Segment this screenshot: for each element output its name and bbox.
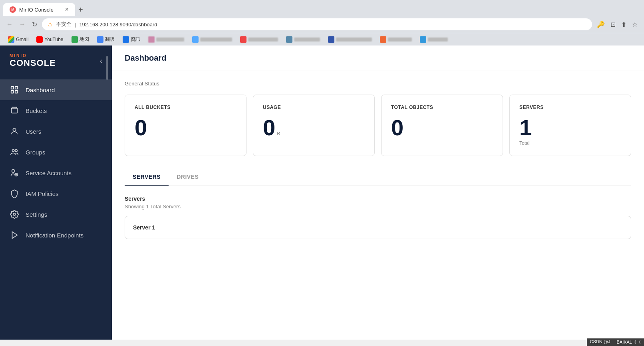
logo-console: CONSOLE [10, 58, 56, 68]
bookmark-b2-label-blurred [200, 38, 232, 42]
sidebar-item-service-accounts[interactable]: Service Accounts [0, 162, 112, 183]
bookmark-gmail[interactable]: Gmail [5, 35, 32, 44]
sidebar-item-notification-endpoints[interactable]: Notification Endpoints [0, 225, 112, 245]
sidebar-logo: MINIO CONSOLE ‹ [0, 45, 112, 76]
svg-rect-1 [15, 87, 18, 89]
bookmark-b7[interactable] [417, 35, 451, 44]
stat-value-wrapper-usage: 0 B [263, 117, 365, 139]
new-tab-button[interactable]: + [75, 4, 86, 16]
dashboard-label: Dashboard [26, 87, 55, 93]
status-item-2: BAIKAL《《 [616, 339, 641, 340]
app-container: MINIO CONSOLE ‹ Dashboard [0, 45, 644, 340]
security-warning-icon: ⚠ [48, 21, 53, 28]
pipe-separator: | [75, 22, 76, 28]
bookmark-star-button[interactable]: ☆ [630, 19, 639, 30]
bookmark-news[interactable]: 資訊 [119, 35, 143, 44]
bookmark-b2[interactable] [189, 35, 235, 44]
content-body: General Status ALL BUCKETS 0 USAGE 0 B [112, 71, 644, 249]
cast-button[interactable]: ⊡ [609, 19, 617, 30]
stat-value-usage: 0 [263, 117, 275, 139]
tab-bar: M MinIO Console × + [0, 0, 644, 16]
service-accounts-icon [10, 168, 19, 178]
svg-point-5 [12, 150, 15, 152]
password-manager-button[interactable]: 🔑 [595, 19, 606, 30]
buckets-label: Buckets [26, 107, 47, 114]
back-button[interactable]: ← [5, 19, 14, 30]
svg-point-4 [13, 129, 16, 131]
bookmark-youtube[interactable]: YouTube [33, 35, 66, 44]
server-card-1: Server 1 [125, 216, 631, 239]
bookmark-b7-favicon [420, 36, 426, 43]
bookmark-b5[interactable] [325, 35, 375, 44]
sidebar-item-settings[interactable]: Settings [0, 204, 112, 225]
stat-label-usage: USAGE [263, 105, 365, 110]
bookmark-b1[interactable] [145, 35, 187, 44]
buckets-icon [10, 106, 19, 115]
bookmark-b1-favicon [148, 36, 155, 43]
news-favicon [123, 36, 129, 43]
svg-point-9 [13, 213, 16, 216]
bookmark-b4-label-blurred [294, 38, 320, 42]
bookmark-b3[interactable] [237, 35, 281, 44]
sidebar-scrollbar[interactable] [106, 56, 108, 80]
bookmark-b6[interactable] [377, 35, 415, 44]
address-bar-actions: 🔑 ⊡ ⬆ ☆ [595, 19, 639, 30]
sidebar-collapse-button[interactable]: ‹ [100, 57, 102, 65]
servers-section: Servers Showing 1 Total Servers Server 1 [125, 196, 631, 239]
bookmark-youtube-label: YouTube [44, 37, 63, 42]
sidebar: MINIO CONSOLE ‹ Dashboard [0, 45, 112, 340]
status-item-1: CSDN @J [590, 339, 610, 340]
users-label: Users [26, 128, 41, 135]
bookmark-b3-favicon [240, 36, 246, 43]
browser-chrome: M MinIO Console × + ← → ↻ ⚠ 不安全 | 192.16… [0, 0, 644, 45]
page-header: Dashboard [112, 45, 644, 71]
browser-tab-active[interactable]: M MinIO Console × [3, 3, 75, 16]
bookmark-maps[interactable]: 地図 [68, 35, 92, 44]
maps-favicon [72, 36, 78, 43]
iam-icon [10, 189, 19, 198]
notification-endpoints-label: Notification Endpoints [26, 232, 83, 239]
servers-heading: Servers [125, 196, 631, 202]
status-bar: CSDN @J BAIKAL《《 [587, 338, 644, 340]
iam-policies-label: IAM Policies [26, 190, 59, 197]
stat-card-all-buckets: ALL BUCKETS 0 [125, 95, 246, 156]
stat-value-wrapper-all-buckets: 0 [135, 117, 237, 139]
tab-drives[interactable]: DRIVES [169, 169, 207, 186]
stat-label-servers: SERVERS [519, 105, 621, 110]
groups-icon [10, 147, 19, 157]
page-title: Dashboard [125, 53, 631, 63]
server-card-title: Server 1 [133, 224, 623, 231]
bookmark-b4[interactable] [283, 35, 323, 44]
svg-rect-2 [11, 91, 14, 93]
bookmark-b3-label-blurred [248, 38, 278, 42]
stat-label-all-buckets: ALL BUCKETS [135, 105, 237, 110]
youtube-favicon [36, 36, 43, 43]
stat-unit-usage: B [277, 131, 280, 136]
bookmark-translate[interactable]: 翻訳 [94, 35, 118, 44]
bookmark-b1-label-blurred [156, 38, 184, 42]
sidebar-item-buckets[interactable]: Buckets [0, 100, 112, 121]
refresh-button[interactable]: ↻ [30, 19, 39, 30]
sidebar-item-groups[interactable]: Groups [0, 142, 112, 162]
stat-value-all-buckets: 0 [135, 117, 147, 139]
sidebar-item-iam-policies[interactable]: IAM Policies [0, 183, 112, 204]
address-bar-row: ← → ↻ ⚠ 不安全 | 192.168.200.128:9090/dashb… [0, 16, 644, 33]
forward-button[interactable]: → [18, 19, 27, 30]
sidebar-item-users[interactable]: Users [0, 121, 112, 142]
settings-icon [10, 210, 19, 219]
svg-point-6 [15, 150, 18, 152]
settings-label: Settings [26, 211, 47, 218]
sidebar-nav: Dashboard Buckets [0, 76, 112, 340]
tab-servers[interactable]: SERVERS [125, 169, 169, 186]
stat-card-usage: USAGE 0 B [253, 95, 375, 156]
bookmark-b2-favicon [192, 36, 199, 43]
sidebar-item-dashboard[interactable]: Dashboard [0, 79, 112, 100]
bookmark-b7-label-blurred [428, 38, 448, 42]
close-tab-button[interactable]: × [65, 6, 69, 13]
bookmark-b6-favicon [380, 36, 386, 43]
share-button[interactable]: ⬆ [620, 19, 628, 30]
dashboard-icon [10, 85, 19, 95]
general-status-label: General Status [125, 81, 631, 87]
tabs-list: SERVERS DRIVES [125, 169, 631, 186]
address-input[interactable]: ⚠ 不安全 | 192.168.200.128:9090/dashboard [42, 18, 592, 30]
